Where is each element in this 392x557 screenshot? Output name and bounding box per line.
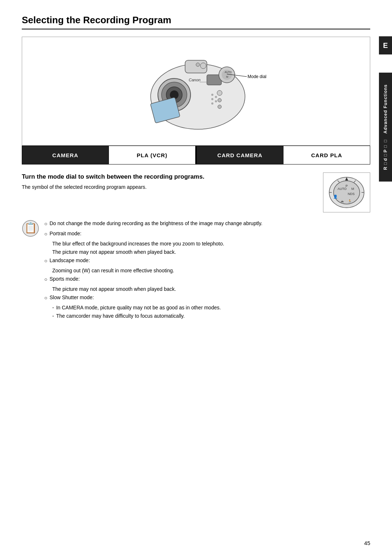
note-bullet-2: ○	[44, 230, 47, 238]
e-tab: E	[379, 36, 392, 54]
page-container: Selecting the Recording Program	[0, 0, 392, 557]
right-sidebar: R□d□P□□ Advanced Functions	[379, 73, 392, 182]
svg-text:👤: 👤	[333, 194, 338, 199]
note-sub-item-3-1: Zooming out (W) can result in more effec…	[52, 267, 370, 275]
sidebar-text: R□d□P□□ Advanced Functions	[383, 84, 388, 170]
symbol-text: The symbol of the selected recording pro…	[22, 184, 316, 190]
svg-point-17	[218, 105, 221, 109]
svg-text:📋: 📋	[24, 222, 37, 234]
svg-text:🏃: 🏃	[348, 199, 352, 203]
dial-image-box: AUTO P M NDS 👤 ⛰ 🏃	[323, 172, 370, 212]
svg-text:NDS: NDS	[348, 192, 355, 196]
mode-dial-label-text: Mode dial	[248, 74, 266, 79]
page-title: Selecting the Recording Program	[22, 15, 370, 29]
note-item-4: ○ Sports mode:	[44, 275, 370, 283]
main-heading: Turn the mode dial to switch between the…	[22, 172, 316, 181]
note-section: 📋 ○ Do not change the mode during record…	[22, 220, 370, 321]
note-sub-dash-5-2: -	[52, 312, 54, 320]
mode-segment-card-camera: CARD CAMERA	[197, 146, 283, 164]
note-item-2: ○ Portrait mode:	[44, 230, 370, 238]
mode-segment-card-play: CARD PLA	[283, 146, 370, 164]
camera-illustration: AUTO M Canon	[120, 42, 272, 140]
note-sub-item-5-1: - In CAMERA mode, picture quality may no…	[52, 304, 370, 312]
content-text-area: Turn the mode dial to switch between the…	[22, 172, 316, 190]
note-sub-text-2-1: The blur effect of the background increa…	[52, 240, 224, 248]
note-sub-item-5-2: - The camcorder may have difficulty to f…	[52, 312, 370, 320]
svg-point-19	[211, 98, 213, 100]
svg-text:M: M	[226, 76, 228, 78]
note-text-2: Portrait mode:	[49, 230, 81, 237]
note-sub-5: - In CAMERA mode, picture quality may no…	[52, 304, 370, 320]
note-sub-text-4-1: The picture may not appear smooth when p…	[52, 285, 176, 293]
note-sub-item-4-1: The picture may not appear smooth when p…	[52, 285, 370, 293]
note-sub-item-2-2: The picture may not appear smooth when p…	[52, 248, 370, 256]
note-bullet-1: ○	[44, 220, 47, 228]
svg-point-12	[200, 63, 206, 69]
note-text-5: Slow Shutter mode:	[49, 294, 94, 301]
note-icon: 📋	[22, 220, 39, 237]
svg-text:M: M	[351, 187, 354, 191]
note-sub-dash-5-1: -	[52, 304, 54, 312]
svg-text:Canon: Canon	[189, 78, 200, 82]
page-number: 45	[364, 540, 370, 546]
note-content: ○ Do not change the mode during recordin…	[44, 220, 370, 321]
note-sub-text-3-1: Zooming out (W) can result in more effec…	[52, 267, 174, 275]
note-sub-text-2-2: The picture may not appear smooth when p…	[52, 248, 176, 256]
note-sub-text-5-2: The camcorder may have difficulty to foc…	[56, 312, 185, 320]
camera-image-box: AUTO M Canon	[22, 37, 370, 146]
svg-text:⛰: ⛰	[340, 199, 344, 203]
note-sub-3: Zooming out (W) can result in more effec…	[52, 267, 370, 275]
note-text-4: Sports mode:	[49, 275, 79, 283]
svg-point-16	[218, 98, 221, 102]
svg-text:AUTO: AUTO	[225, 71, 232, 73]
note-item-3: ○ Landscape mode:	[44, 257, 370, 265]
svg-point-15	[217, 90, 222, 95]
svg-point-21	[215, 96, 217, 98]
svg-point-20	[211, 102, 213, 105]
note-sub-text-5-1: In CAMERA mode, picture quality may not …	[56, 304, 221, 312]
note-item-1: ○ Do not change the mode during recordin…	[44, 220, 370, 228]
camera-svg-area: AUTO M Canon	[22, 37, 370, 145]
content-with-dial: Turn the mode dial to switch between the…	[22, 172, 370, 212]
note-sub-item-2-1: The blur effect of the background increa…	[52, 240, 370, 248]
svg-text:P: P	[346, 184, 348, 188]
mode-bar: CAMERA PLA (VCR) CARD CAMERA CARD PLA	[22, 146, 370, 164]
note-bullet-3: ○	[44, 257, 47, 265]
note-bullet-5: ○	[44, 294, 47, 302]
mode-segment-camera: CAMERA	[22, 146, 109, 164]
e-tab-label: E	[383, 41, 388, 50]
note-sub-4: The picture may not appear smooth when p…	[52, 285, 370, 293]
svg-point-22	[215, 100, 217, 102]
note-text-1: Do not change the mode during recording …	[49, 220, 262, 227]
note-item-5: ○ Slow Shutter mode:	[44, 294, 370, 302]
note-bullet-4: ○	[44, 276, 47, 283]
dial-small-svg: AUTO P M NDS 👤 ⛰ 🏃	[327, 176, 367, 209]
note-text-3: Landscape mode:	[49, 257, 90, 264]
svg-point-18	[211, 94, 213, 96]
svg-point-13	[196, 63, 200, 66]
mode-segment-play-vcr: PLA (VCR)	[109, 146, 196, 164]
note-sub-2: The blur effect of the background increa…	[52, 240, 370, 256]
